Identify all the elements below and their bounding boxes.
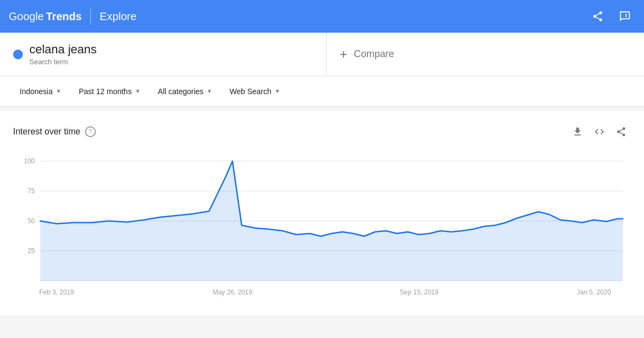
x-label-sep: Sep 15, 2019 [400,288,439,296]
download-icon [572,126,583,137]
x-label-feb: Feb 3, 2019 [39,288,74,296]
app-header: Google Trends Explore [0,0,644,33]
filters-section: Indonesia ▼ Past 12 months ▼ All categor… [0,76,644,107]
share-chart-icon [616,126,627,137]
compare-label: Compare [354,48,394,60]
search-type-label: Web Search [230,87,272,96]
download-button[interactable] [568,122,587,142]
term-type: Search term [29,58,97,66]
chart-actions [568,122,631,142]
chart-title: Interest over time [13,127,81,137]
term-name: celana jeans [29,42,97,57]
category-filter[interactable]: All categories ▼ [151,83,219,100]
share-chart-button[interactable] [611,122,631,142]
embed-button[interactable] [590,122,609,142]
header-actions [587,6,635,27]
x-label-may: May 26, 2019 [213,288,253,296]
compare-container[interactable]: + Compare [327,33,644,76]
region-filter[interactable]: Indonesia ▼ [13,83,68,100]
x-label-jan: Jan 5, 2020 [577,288,611,296]
header-explore-label: Explore [100,10,137,23]
chart-title-group: Interest over time ? [13,126,96,137]
feedback-button[interactable] [615,6,635,27]
feedback-icon [619,10,631,22]
time-range-label: Past 12 months [79,87,132,96]
share-icon [592,10,604,22]
logo: Google Trends [9,10,82,23]
compare-plus: + [340,47,347,62]
y-label-100: 100 [24,157,35,165]
time-range-filter[interactable]: Past 12 months ▼ [72,83,147,100]
region-arrow-icon: ▼ [56,88,62,94]
logo-google: Google [9,10,44,23]
search-type-arrow-icon: ▼ [275,88,280,94]
y-label-75: 75 [28,187,35,195]
category-arrow-icon: ▼ [207,88,212,94]
chart-area: 100 75 50 25 Feb 3, 2019 May 26, 2019 Se… [13,150,631,305]
time-range-arrow-icon: ▼ [135,88,140,94]
share-button[interactable] [587,6,608,27]
help-icon[interactable]: ? [85,126,96,137]
search-section: celana jeans Search term + Compare [0,33,644,76]
search-type-filter[interactable]: Web Search ▼ [223,83,287,100]
logo-trends: Trends [46,10,82,23]
header-divider [90,8,91,24]
y-label-50: 50 [28,217,35,225]
category-label: All categories [158,87,204,96]
help-label: ? [88,128,92,136]
search-term-container: celana jeans Search term [0,33,327,76]
trend-chart-svg: 100 75 50 25 Feb 3, 2019 May 26, 2019 Se… [13,150,631,303]
chart-section: Interest over time ? [0,111,644,316]
region-label: Indonesia [20,87,53,96]
term-dot [13,50,23,59]
term-info: celana jeans Search term [29,42,97,66]
chart-header: Interest over time ? [13,122,631,142]
y-label-25: 25 [28,247,35,255]
header-left: Google Trends Explore [9,8,137,24]
embed-icon [594,126,605,137]
